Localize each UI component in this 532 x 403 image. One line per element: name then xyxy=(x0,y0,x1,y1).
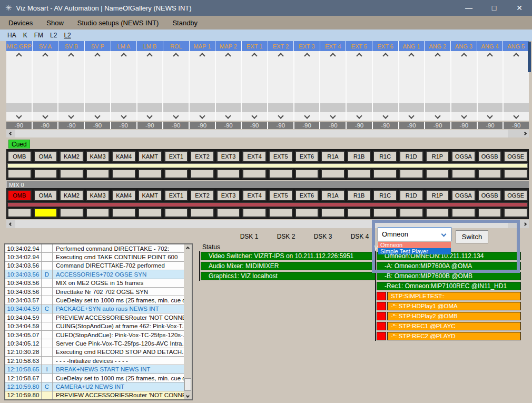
bus-button-ogse[interactable]: OGSE xyxy=(504,151,528,162)
bus-button-ext6[interactable]: EXT6 xyxy=(295,190,319,201)
fader-slider[interactable] xyxy=(216,103,241,112)
fader-up-button[interactable] xyxy=(242,54,267,58)
bus-cell[interactable] xyxy=(86,169,110,179)
fader-down-button[interactable] xyxy=(190,114,215,118)
bus-cell[interactable] xyxy=(295,169,319,179)
log-row[interactable]: 12:10:58.67CueDelay set to 1000 ms (25 f… xyxy=(5,374,184,382)
bus-button-ogse[interactable]: OGSE xyxy=(504,190,528,201)
bus-button-omb[interactable]: OMB xyxy=(7,190,32,201)
fader-slider[interactable] xyxy=(478,103,503,112)
bus-cell[interactable] xyxy=(478,208,502,218)
fader-up-button[interactable] xyxy=(478,54,503,58)
log-row[interactable]: 10:34:03.56DACCESSORIES+702 OGSE SYN xyxy=(5,270,184,279)
bus-cell[interactable] xyxy=(7,169,32,179)
bus-button-kamt[interactable]: KAMT xyxy=(138,190,162,201)
fader-up-button[interactable] xyxy=(190,54,215,58)
bus-cell[interactable] xyxy=(242,208,267,218)
fader-down-button[interactable] xyxy=(137,114,163,118)
log-vscrollbar-thumb[interactable] xyxy=(184,378,191,391)
log-row[interactable]: 12:10:59.80PREVIEW ACCESSORIESRouter 'NO… xyxy=(5,391,184,399)
bus-cell[interactable] xyxy=(426,208,450,218)
bus-button-r1p[interactable]: R1P xyxy=(426,190,450,201)
bus-button-kam2[interactable]: KAM2 xyxy=(60,151,84,162)
fader-up-button[interactable] xyxy=(294,54,320,58)
bus-button-r1b[interactable]: R1B xyxy=(347,190,371,201)
scroll-right-icon[interactable] xyxy=(520,130,529,137)
bus-cell[interactable] xyxy=(60,169,84,179)
log-row[interactable]: 10:34:05.07CUED(StopAndCue): Pink-Vox-TC… xyxy=(5,331,184,339)
switch-button[interactable]: Switch xyxy=(456,230,488,243)
bus-cell[interactable] xyxy=(347,208,371,218)
bus-button-ext4[interactable]: EXT4 xyxy=(242,151,267,162)
bus-cell[interactable] xyxy=(164,169,189,179)
bus-button-r1b[interactable]: R1B xyxy=(347,151,371,162)
bus-cell[interactable] xyxy=(112,208,136,218)
bus-cell[interactable] xyxy=(7,208,32,218)
fader-slider[interactable] xyxy=(111,103,136,112)
fader-up-button[interactable] xyxy=(85,54,110,58)
fader-down-button[interactable] xyxy=(320,114,346,118)
fader-up-button[interactable] xyxy=(347,54,372,58)
menu-item-show[interactable]: Show xyxy=(40,16,71,30)
log-row[interactable]: 10:34:04.59CUING(StopAndCue) at frame 46… xyxy=(5,322,184,331)
bus-cell[interactable] xyxy=(34,208,58,218)
bus-button-r1a[interactable]: R1A xyxy=(321,190,345,201)
fader-down-button[interactable] xyxy=(163,114,189,118)
fader-slider[interactable] xyxy=(504,103,529,112)
bus-button-ext4[interactable]: EXT4 xyxy=(242,190,267,201)
fader-slider[interactable] xyxy=(294,103,320,112)
scroll-down-icon[interactable] xyxy=(184,392,192,399)
fader-slider[interactable] xyxy=(320,103,346,112)
bus-cell[interactable] xyxy=(60,208,84,218)
fader-up-button[interactable] xyxy=(216,54,241,58)
bus-button-oma[interactable]: OMA xyxy=(34,151,58,162)
fader-slider[interactable] xyxy=(190,103,215,112)
bus-button-kam4[interactable]: KAM4 xyxy=(112,190,136,201)
scroll-left-icon[interactable] xyxy=(6,130,15,137)
log-vscrollbar[interactable] xyxy=(184,244,192,399)
bus-cell[interactable] xyxy=(269,169,293,179)
bus-button-r1a[interactable]: R1A xyxy=(321,151,345,162)
bus-button-ext3[interactable]: EXT3 xyxy=(216,190,241,201)
log-row[interactable]: 12:10:58.65IBREAK+NEWS START NEWS INT xyxy=(5,365,184,373)
fader-up-button[interactable] xyxy=(163,54,189,58)
fader-slider[interactable] xyxy=(6,103,32,112)
fader-slider[interactable] xyxy=(242,103,267,112)
fader-down-button[interactable] xyxy=(6,114,32,118)
bus-cell[interactable] xyxy=(295,208,319,218)
bus-button-ext2[interactable]: EXT2 xyxy=(190,151,214,162)
fader-down-button[interactable] xyxy=(504,114,529,118)
bus-button-ext2[interactable]: EXT2 xyxy=(190,190,214,201)
fader-slider[interactable] xyxy=(163,103,189,112)
fader-up-button[interactable] xyxy=(58,54,84,58)
fader-down-button[interactable] xyxy=(478,114,503,118)
bus-cell[interactable] xyxy=(451,208,476,218)
log-row[interactable]: 12:10:59.80CCAMERA+U2 NEWS INT xyxy=(5,382,184,391)
fader-down-button[interactable] xyxy=(242,114,267,118)
bus-cell[interactable] xyxy=(478,169,502,179)
bus-cell[interactable] xyxy=(138,208,162,218)
fader-up-button[interactable] xyxy=(373,54,398,58)
fader-hscrollbar-thumb[interactable] xyxy=(15,130,508,137)
bus-cell[interactable] xyxy=(504,208,528,218)
bus-button-kam2[interactable]: KAM2 xyxy=(60,190,84,201)
bus-cell[interactable] xyxy=(242,169,267,179)
quick-tab-l2[interactable]: L2 xyxy=(50,32,57,39)
log-row[interactable]: 12:10:58.63- - - -Initialize devices - -… xyxy=(5,357,184,365)
bus-button-ext5[interactable]: EXT5 xyxy=(269,151,293,162)
fader-up-button[interactable] xyxy=(399,54,425,58)
fader-down-button[interactable] xyxy=(399,114,425,118)
log-row[interactable]: 10:34:03.56Directtake Nr 702 702 OGSE SY… xyxy=(5,288,184,296)
bus-button-omb[interactable]: OMB xyxy=(7,151,32,162)
log-row[interactable]: 12:10:30.28Executing cmd RECORD STOP AND… xyxy=(5,348,184,357)
menu-item-studio-setups-news-int-[interactable]: Studio setups (NEWS INT) xyxy=(71,16,166,30)
fader-slider[interactable] xyxy=(33,103,58,112)
bus-cell[interactable] xyxy=(426,169,450,179)
scroll-up-icon[interactable] xyxy=(184,244,192,252)
bus-button-ext1[interactable]: EXT1 xyxy=(164,190,189,201)
bus-button-ext5[interactable]: EXT5 xyxy=(269,190,293,201)
bus-button-kamt[interactable]: KAMT xyxy=(138,151,162,162)
bus-cell[interactable] xyxy=(321,208,345,218)
server-select-combobox[interactable]: Omneon xyxy=(378,227,451,241)
bus-cell[interactable] xyxy=(138,169,162,179)
